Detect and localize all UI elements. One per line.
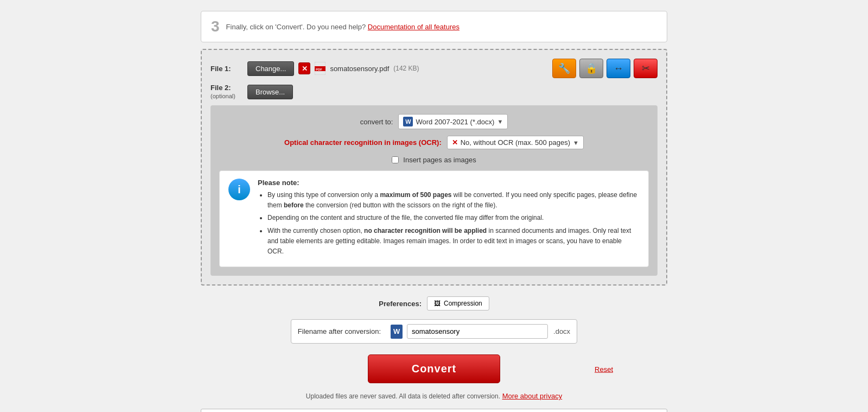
info-icon: i — [228, 179, 250, 200]
convert-to-select[interactable]: W Word 2007-2021 (*.docx) ▼ — [398, 114, 508, 129]
file2-row: File 2: (optional) Browse... — [210, 84, 658, 100]
file-actions: 🔧 🔒 ↔ ✂ — [552, 59, 658, 78]
feedback-bar: Please report all problems and bugs in t… — [201, 409, 667, 412]
ocr-row: Optical character recognition in images … — [219, 136, 649, 149]
lock-button[interactable]: 🔒 — [579, 59, 603, 78]
convert-button[interactable]: Convert — [368, 354, 501, 383]
word-icon-small: W — [403, 117, 413, 126]
wrench-button[interactable]: 🔧 — [552, 59, 576, 78]
note-item-3: With the currently chosen option, no cha… — [267, 226, 640, 257]
preferences-label: Preferences: — [379, 300, 422, 308]
filename-row: Filename after conversion: W .docx — [201, 319, 667, 344]
filename-extension: .docx — [552, 327, 570, 335]
note-item-2: Depending on the content and structure o… — [267, 213, 640, 223]
note-content: Please note: By using this type of conve… — [258, 179, 640, 259]
filename-input[interactable] — [407, 324, 548, 339]
dropdown-arrow: ▼ — [497, 118, 503, 125]
change-button[interactable]: Change... — [247, 61, 294, 76]
privacy-text: Uploaded files are never saved. All data… — [306, 392, 500, 400]
step-header: 3 Finally, click on 'Convert'. Do you ne… — [201, 11, 667, 42]
ocr-label: Optical character recognition in images … — [284, 138, 442, 147]
insert-pages-checkbox[interactable] — [392, 156, 399, 163]
note-box: i Please note: By using this type of con… — [219, 170, 649, 267]
step-text: Finally, click on 'Convert'. Do you need… — [226, 23, 459, 31]
convert-settings: convert to: W Word 2007-2021 (*.docx) ▼ … — [210, 105, 658, 276]
ocr-no-icon: ✕ — [452, 138, 458, 147]
file1-label: File 1: — [210, 65, 243, 73]
filename-box: Filename after conversion: W .docx — [291, 319, 577, 344]
ocr-dropdown-arrow: ▼ — [573, 140, 579, 146]
browse-button[interactable]: Browse... — [247, 85, 293, 99]
arrows-button[interactable]: ↔ — [607, 59, 630, 78]
privacy-link[interactable]: More about privacy — [502, 392, 563, 400]
compression-button[interactable]: 🖼 Compression — [427, 296, 489, 310]
file2-label: File 2: (optional) — [210, 84, 243, 100]
convert-section: Convert Reset — [201, 354, 667, 383]
file1-row: File 1: Change... ✕ PDF somatosensory.pd… — [210, 59, 658, 78]
note-list: By using this type of conversion only a … — [258, 190, 640, 257]
reset-button[interactable]: Reset — [595, 365, 613, 373]
convert-to-label: convert to: — [360, 118, 393, 126]
word-doc-icon: W — [391, 325, 403, 339]
documentation-link[interactable]: Documentation of all features — [368, 23, 459, 31]
file1-name: somatosensory.pdf — [330, 65, 389, 73]
step-number: 3 — [211, 19, 220, 34]
insert-pages-label: Insert pages as images — [403, 156, 476, 164]
scissors-button[interactable]: ✂ — [634, 59, 658, 78]
pdf-icon: PDF — [315, 62, 326, 75]
compression-icon: 🖼 — [434, 300, 441, 307]
insert-pages-row: Insert pages as images — [219, 156, 649, 164]
note-title: Please note: — [258, 179, 640, 187]
convert-to-row: convert to: W Word 2007-2021 (*.docx) ▼ — [219, 114, 649, 129]
remove-file-button[interactable]: ✕ — [298, 62, 310, 74]
ocr-select[interactable]: ✕ No, without OCR (max. 500 pages) ▼ — [447, 136, 584, 149]
filename-label: Filename after conversion: — [298, 327, 386, 335]
note-item-1: By using this type of conversion only a … — [267, 190, 640, 211]
svg-text:PDF: PDF — [316, 68, 322, 71]
file1-size: (142 KB) — [393, 65, 419, 72]
privacy-section: Uploaded files are never saved. All data… — [201, 392, 667, 400]
preferences-row: Preferences: 🖼 Compression — [201, 296, 667, 310]
main-box: File 1: Change... ✕ PDF somatosensory.pd… — [201, 49, 667, 286]
